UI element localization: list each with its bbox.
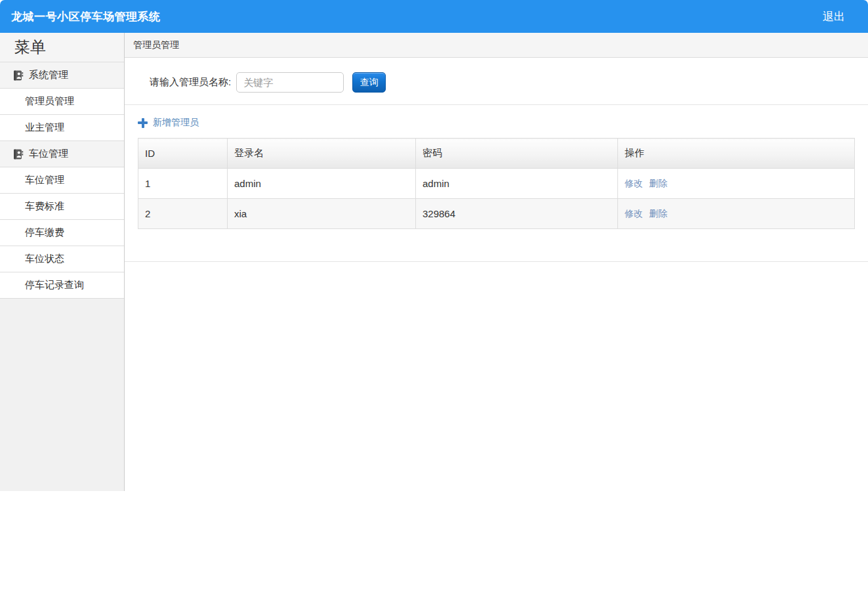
content-bottom-divider xyxy=(125,261,868,262)
sidebar-item-parking-status[interactable]: 车位状态 xyxy=(0,246,124,272)
sidebar-item-parking-space-management[interactable]: 车位管理 xyxy=(0,167,124,194)
search-section: 请输入管理员名称: 查询 xyxy=(125,58,868,105)
sidebar-item-owner-management[interactable]: 业主管理 xyxy=(0,115,124,141)
cell-login: admin xyxy=(228,169,416,199)
main-content: 管理员管理 请输入管理员名称: 查询 新增管理员 ID 登录名 xyxy=(125,33,868,491)
column-header-id: ID xyxy=(138,139,228,169)
edit-link[interactable]: 修改 xyxy=(625,178,643,188)
column-header-actions: 操作 xyxy=(618,139,855,169)
admin-table: ID 登录名 密码 操作 1 admin admin 修改 删除 xyxy=(138,138,855,229)
table-header-row: ID 登录名 密码 操作 xyxy=(138,139,855,169)
column-header-login: 登录名 xyxy=(228,139,416,169)
admin-name-search-input[interactable] xyxy=(236,72,344,93)
app-title: 龙城一号小区停车场管理系统 xyxy=(11,9,161,24)
cell-password: admin xyxy=(416,169,618,199)
delete-link[interactable]: 删除 xyxy=(649,178,667,188)
cell-id: 2 xyxy=(138,199,228,229)
cell-password: 329864 xyxy=(416,199,618,229)
sidebar-group-label: 系统管理 xyxy=(29,69,68,81)
search-label: 请输入管理员名称: xyxy=(150,76,231,89)
sidebar-title: 菜单 xyxy=(0,33,124,62)
cell-actions: 修改 删除 xyxy=(618,199,855,229)
delete-link[interactable]: 删除 xyxy=(649,208,667,219)
page-title: 管理员管理 xyxy=(133,39,179,51)
sidebar-item-label: 管理员管理 xyxy=(25,95,74,108)
add-admin-label: 新增管理员 xyxy=(153,117,199,129)
sidebar-group-parking-management[interactable]: 车位管理 xyxy=(0,141,124,167)
address-book-icon xyxy=(13,70,24,81)
address-book-icon xyxy=(13,149,24,160)
breadcrumb: 管理员管理 xyxy=(125,33,868,58)
cell-id: 1 xyxy=(138,169,228,199)
sidebar-item-label: 业主管理 xyxy=(25,121,64,134)
sidebar-item-label: 停车缴费 xyxy=(25,226,64,239)
sidebar-item-label: 车位状态 xyxy=(25,253,64,265)
table-row: 1 admin admin 修改 删除 xyxy=(138,169,855,199)
top-header-bar: 龙城一号小区停车场管理系统 退出 xyxy=(0,0,868,33)
sidebar: 菜单 系统管理 管理员管理 业主管理 xyxy=(0,33,125,491)
app-window: 龙城一号小区停车场管理系统 退出 菜单 系统管理 xyxy=(0,0,868,600)
sidebar-item-admin-management[interactable]: 管理员管理 xyxy=(0,89,124,115)
table-row: 2 xia 329864 修改 删除 xyxy=(138,199,855,229)
sidebar-group-system-management[interactable]: 系统管理 xyxy=(0,62,124,89)
sidebar-item-label: 车位管理 xyxy=(25,174,64,186)
plus-icon xyxy=(138,118,148,128)
sidebar-item-parking-record-query[interactable]: 停车记录查询 xyxy=(0,272,124,299)
column-header-password: 密码 xyxy=(416,139,618,169)
sidebar-item-fee-standard[interactable]: 车费标准 xyxy=(0,194,124,220)
sidebar-item-parking-payment[interactable]: 停车缴费 xyxy=(0,220,124,246)
cell-login: xia xyxy=(228,199,416,229)
main-layout: 菜单 系统管理 管理员管理 业主管理 xyxy=(0,33,868,491)
sidebar-item-label: 停车记录查询 xyxy=(25,279,84,291)
edit-link[interactable]: 修改 xyxy=(625,208,643,219)
logout-button[interactable]: 退出 xyxy=(823,9,845,24)
sidebar-group-label: 车位管理 xyxy=(29,148,68,160)
cell-actions: 修改 删除 xyxy=(618,169,855,199)
add-admin-button[interactable]: 新增管理员 xyxy=(138,117,199,129)
sidebar-item-label: 车费标准 xyxy=(25,200,64,213)
query-button[interactable]: 查询 xyxy=(352,72,386,93)
